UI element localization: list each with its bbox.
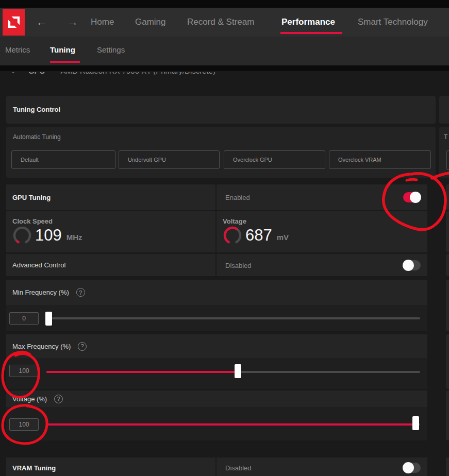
default-button-label: Default (21, 157, 39, 163)
tuning-content: ⌄ GPU AMD Radeon RX 7900 XT (Primary/Dis… (0, 71, 449, 476)
automatic-tuning-card: Automatic Tuning Default Undervolt GPU O… (6, 127, 436, 178)
tuning-active-underline (50, 61, 80, 63)
voltage-percent-help-icon[interactable]: ? (54, 395, 63, 403)
vram-tuning-status: Disabled (225, 464, 252, 472)
gpu-tuning-row-value-cell: Enabled (217, 184, 427, 210)
gpu-tuning-status: Enabled (225, 194, 250, 201)
max-frequency-slider-handle[interactable] (235, 364, 241, 378)
tuning-control-title: Tuning Control (13, 106, 60, 113)
amd-logo[interactable] (3, 9, 25, 36)
header-separator (0, 65, 449, 71)
tab-smart-technology[interactable]: Smart Technology (358, 17, 428, 27)
automatic-tuning-title: Automatic Tuning (13, 133, 61, 141)
voltage-cell: Voltage 687 mV (217, 211, 427, 252)
voltage-unit: mV (277, 233, 289, 242)
right-panel-row-sliver (446, 184, 449, 210)
subtab-tuning[interactable]: Tuning (50, 45, 75, 54)
tab-performance[interactable]: Performance (281, 17, 335, 27)
gpu-tuning-row-label-cell: GPU Tuning (6, 184, 215, 210)
subtab-metrics[interactable]: Metrics (5, 45, 30, 54)
gpu-header-label: GPU (28, 72, 45, 75)
voltage-percent-slider-fill[interactable] (46, 423, 412, 426)
min-frequency-label-row: Min Frequency (%) ? (6, 280, 427, 305)
right-panel-clipped-button (446, 150, 449, 170)
advanced-control-toggle[interactable] (403, 260, 421, 270)
right-panel-clipped-title: T (444, 133, 447, 141)
voltage-percent-label-row: Voltage (%) ? (6, 390, 427, 407)
tuning-control-card: Tuning Control (6, 96, 436, 124)
performance-subnav: Metrics Tuning Settings (0, 37, 449, 65)
right-panel-header-sliver (439, 96, 449, 124)
advanced-control-status: Disabled (225, 261, 252, 269)
clock-speed-value: 109 (35, 226, 62, 245)
clock-speed-label: Clock Speed (12, 217, 53, 225)
gpu-tuning-toggle-knob (410, 192, 421, 203)
right-panel-row-sliver (446, 390, 449, 440)
voltage-percent-label: Voltage (%) (12, 395, 47, 403)
right-panel-row-sliver (446, 280, 449, 331)
min-frequency-help-icon[interactable]: ? (76, 288, 85, 297)
advanced-control-label-cell: Advanced Control (6, 254, 215, 276)
min-frequency-slider-handle[interactable] (45, 312, 52, 326)
advanced-control-toggle-knob (403, 260, 414, 271)
voltage-label: Voltage (223, 217, 246, 225)
undervolt-gpu-button[interactable]: Undervolt GPU (119, 150, 220, 169)
max-frequency-slider-row: 100 (6, 358, 427, 389)
default-button[interactable]: Default (11, 150, 115, 169)
right-panel-row-sliver (446, 334, 449, 389)
overclock-gpu-button[interactable]: Overclock GPU (224, 150, 325, 169)
gpu-header-row[interactable]: ⌄ GPU AMD Radeon RX 7900 XT (Primary/Dis… (6, 72, 436, 86)
right-panel-row-sliver (446, 457, 449, 476)
voltage-gauge-icon (223, 226, 242, 245)
clock-gauge-icon (12, 226, 32, 245)
main-navbar: ← → Home Gaming Record & Stream Performa… (0, 8, 449, 37)
max-frequency-label-row: Max Frequency (%) ? (6, 334, 427, 358)
tab-home[interactable]: Home (91, 17, 114, 27)
min-frequency-value-input[interactable]: 0 (9, 312, 39, 325)
voltage-percent-slider-row: 100 (6, 407, 427, 440)
vram-tuning-value-cell: Disabled (217, 457, 427, 476)
voltage-percent-value-input[interactable]: 100 (9, 418, 39, 431)
right-panel-row-sliver (446, 211, 449, 252)
max-frequency-slider-fill[interactable] (46, 371, 236, 373)
vram-tuning-toggle[interactable] (403, 463, 421, 473)
advanced-control-value-cell: Disabled (217, 254, 427, 276)
right-panel-row-sliver (446, 254, 449, 276)
overclock-gpu-button-label: Overclock GPU (233, 157, 272, 163)
max-frequency-value-input[interactable]: 100 (9, 365, 39, 377)
window-top-strip (0, 0, 449, 8)
undervolt-gpu-button-label: Undervolt GPU (128, 157, 166, 163)
clock-speed-unit: MHz (66, 233, 82, 242)
advanced-control-label: Advanced Control (12, 261, 65, 269)
amd-arrow-icon (7, 15, 21, 29)
voltage-percent-slider-handle[interactable] (412, 416, 419, 430)
min-frequency-label: Min Frequency (%) (12, 288, 69, 296)
min-frequency-slider-row: 0 (6, 305, 427, 331)
forward-icon[interactable]: → (67, 16, 78, 28)
max-frequency-label: Max Frequency (%) (12, 343, 71, 350)
gpu-header-text: ⌄ GPU AMD Radeon RX 7900 XT (Primary/Dis… (6, 72, 215, 75)
vram-tuning-toggle-knob (403, 462, 414, 473)
subtab-settings[interactable]: Settings (97, 45, 125, 54)
tab-gaming[interactable]: Gaming (135, 17, 166, 27)
performance-active-underline (280, 32, 342, 34)
voltage-value: 687 (245, 226, 272, 245)
back-icon[interactable]: ← (36, 16, 47, 28)
tab-record-stream[interactable]: Record & Stream (187, 17, 254, 27)
clock-speed-cell: Clock Speed 109 MHz (6, 211, 215, 252)
min-frequency-slider-track[interactable] (46, 317, 420, 319)
gpu-tuning-label: GPU Tuning (12, 194, 51, 201)
max-frequency-help-icon[interactable]: ? (78, 342, 87, 351)
chevron-down-icon: ⌄ (10, 72, 16, 75)
vram-tuning-label: VRAM Tuning (12, 464, 56, 472)
vram-tuning-label-cell: VRAM Tuning (6, 457, 215, 476)
overclock-vram-button[interactable]: Overclock VRAM (329, 150, 431, 169)
right-panel-auto-sliver: T (439, 127, 449, 178)
overclock-vram-button-label: Overclock VRAM (338, 157, 381, 163)
radeon-software-window: ← → Home Gaming Record & Stream Performa… (0, 0, 449, 476)
gpu-tuning-toggle[interactable] (403, 192, 421, 202)
gpu-device-name: AMD Radeon RX 7900 XT (Primary/Discrete) (60, 72, 215, 75)
